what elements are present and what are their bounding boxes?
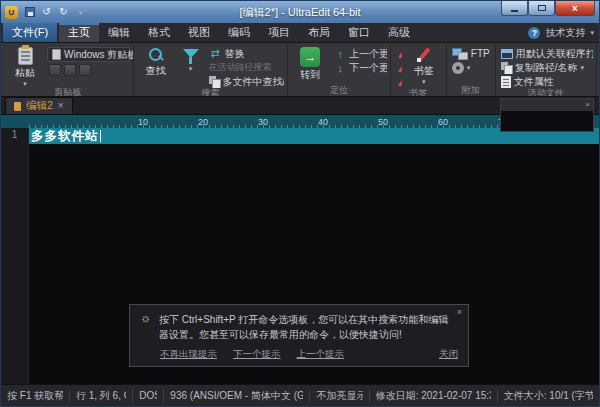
tab-home[interactable]: 主页	[59, 23, 99, 42]
chevron-down-icon[interactable]: ▾	[590, 29, 594, 37]
ultraedit-window: U ↺ ↻ ▾ [编辑2*] - UltraEdit 64-bit × 文件(F…	[0, 0, 600, 407]
status-highlight-dropdown[interactable]: 不加亮显示 ▾	[316, 389, 362, 403]
extras-tools-button[interactable]: ▾	[450, 61, 492, 74]
docked-panel-header: ×	[501, 99, 593, 111]
lightbulb-icon: ☼	[140, 312, 151, 324]
find-label: 查找	[146, 64, 166, 78]
bookmarks-label: 书签	[414, 64, 434, 78]
paste-label: 粘贴	[15, 66, 35, 80]
bookmark-prev-button[interactable]	[394, 61, 402, 74]
clipboard-mini-buttons	[47, 63, 130, 77]
replace-button[interactable]: ⇄ 替换	[207, 47, 285, 60]
titlebar: U ↺ ↻ ▾ [编辑2*] - UltraEdit 64-bit ×	[1, 1, 599, 23]
tab-advanced[interactable]: 高级	[379, 23, 419, 42]
quick-access-toolbar: ↺ ↻ ▾	[23, 6, 87, 19]
find-replace-in-files-label: 多文件中查找/替换	[223, 75, 285, 88]
status-caret-position: 行 1, 列 6, C0	[76, 389, 126, 403]
bookmark-mini-icon	[396, 77, 400, 87]
chevron-down-icon: ▾	[189, 66, 193, 72]
status-encoding-dropdown[interactable]: 936 (ANSI/OEM - 简体中文 (GBK)) ▾	[170, 389, 303, 403]
dont-show-again-link[interactable]: 不再出现提示	[160, 348, 217, 361]
minimize-icon	[511, 10, 518, 12]
support-area: ? 技术支持 ▾	[528, 23, 599, 42]
previous-change-button[interactable]: ↑ 上一个更改	[332, 47, 386, 60]
tab-coding[interactable]: 编码	[219, 23, 259, 42]
copy-sheets-icon	[501, 62, 512, 73]
docked-panel[interactable]: ×	[500, 98, 594, 132]
document-tab-label: 编辑2	[26, 99, 53, 113]
status-divider	[497, 390, 498, 402]
multi-file-icon	[209, 76, 220, 87]
status-encoding-label: 936 (ANSI/OEM - 简体中文 (GBK))	[170, 389, 303, 403]
tab-view[interactable]: 视图	[179, 23, 219, 42]
previous-change-label: 上一个更改	[349, 47, 386, 60]
ftp-label: FTP	[471, 48, 490, 59]
tab-file[interactable]: 文件(F)	[3, 23, 57, 42]
goto-icon: →	[300, 47, 320, 67]
undo-button[interactable]: ↺	[40, 6, 53, 19]
next-tip-link[interactable]: 下一个提示	[233, 348, 281, 361]
bookmark-mini-icon	[396, 63, 400, 73]
minimize-button[interactable]	[501, 1, 528, 16]
bookmark-icon	[416, 47, 431, 63]
tab-project[interactable]: 项目	[259, 23, 299, 42]
window-controls: ×	[501, 1, 595, 16]
file-icon	[14, 102, 21, 111]
bookmarks-button[interactable]: 书签 ▾	[405, 45, 443, 88]
status-bar: 按 F1 获取帮助 行 1, 列 6, C0 DOS 936 (ANSI/OEM…	[1, 384, 599, 406]
group-label-clipboard: 剪贴板	[6, 87, 130, 96]
help-icon[interactable]: ?	[528, 27, 540, 39]
tab-edit[interactable]: 编辑	[99, 23, 139, 42]
status-divider	[69, 390, 70, 402]
ftp-button[interactable]: FTP ▾	[450, 47, 492, 60]
group-label-search: 搜索	[137, 88, 285, 96]
bookmark-add-button[interactable]	[394, 47, 402, 60]
copy-button[interactable]	[64, 64, 76, 76]
group-label-bookmarks: 书签	[394, 88, 443, 96]
search-active-path-button[interactable]: 在活动路径搜索	[207, 61, 285, 74]
next-change-button[interactable]: ↓ 下一个更改	[332, 61, 386, 74]
close-button[interactable]: ×	[555, 1, 595, 16]
funnel-icon	[182, 47, 200, 65]
status-file-size: 文件大小: 10/1 (字节/行)	[504, 389, 593, 403]
open-with-default-button[interactable]: 用默认关联程序打开	[499, 47, 593, 60]
file-properties-button[interactable]: 文件属性	[499, 75, 593, 88]
app-icon[interactable]: U	[5, 6, 18, 19]
paste-button[interactable]: 粘贴 ▾	[6, 45, 44, 87]
ribbon-group-navigate: → 转到 ↑ 上一个更改 ↓ 下一个更改 定位	[288, 44, 390, 96]
tab-format[interactable]: 格式	[139, 23, 179, 42]
goto-button[interactable]: → 转到	[291, 45, 329, 85]
tab-layout[interactable]: 布局	[299, 23, 339, 42]
panel-close-icon[interactable]: ×	[585, 101, 590, 109]
copy-path-name-button[interactable]: 复制路径/名称 ▾	[499, 61, 593, 74]
docked-panel-body	[501, 111, 593, 131]
replace-label: 替换	[225, 47, 245, 60]
find-button[interactable]: 查找	[137, 45, 175, 88]
close-tip-link[interactable]: 关闭	[439, 348, 458, 361]
command-palette-tip: × ☼ 按下 Ctrl+Shift+P 打开命令选项板，您可以在其中搜索功能和编…	[129, 304, 469, 367]
tab-close-icon[interactable]: ×	[58, 101, 64, 111]
ruler-mark: 50	[329, 117, 389, 127]
status-line-ending[interactable]: DOS	[139, 390, 157, 401]
delete-button[interactable]	[79, 64, 91, 76]
maximize-button[interactable]	[528, 1, 555, 16]
qat-customize-chevron-icon[interactable]: ▾	[74, 6, 87, 19]
windows-clipboard-dropdown[interactable]: Windows 剪贴板 ▾	[47, 47, 130, 62]
tab-window[interactable]: 窗口	[339, 23, 379, 42]
replace-icon: ⇄	[209, 47, 222, 60]
tip-close-icon[interactable]: ×	[457, 308, 462, 317]
find-replace-in-files-button[interactable]: 多文件中查找/替换	[207, 75, 285, 88]
ribbon-tab-strip: 文件(F) 主页 编辑 格式 视图 编码 项目 布局 窗口 高级 ? 技术支持 …	[1, 23, 599, 43]
status-help: 按 F1 获取帮助	[7, 389, 63, 403]
redo-button[interactable]: ↻	[57, 6, 70, 19]
clipboard-mini-icon	[52, 49, 61, 60]
filter-button[interactable]: ▾	[178, 45, 204, 88]
cut-button[interactable]	[49, 64, 61, 76]
ruler-mark: 20	[149, 117, 209, 127]
bookmark-next-button[interactable]	[394, 75, 402, 88]
group-label-navigate: 定位	[291, 85, 386, 96]
document-tab[interactable]: 编辑2 ×	[5, 97, 73, 114]
save-button[interactable]	[23, 6, 36, 19]
previous-tip-link[interactable]: 上一个提示	[297, 348, 345, 361]
support-label[interactable]: 技术支持	[545, 26, 585, 40]
